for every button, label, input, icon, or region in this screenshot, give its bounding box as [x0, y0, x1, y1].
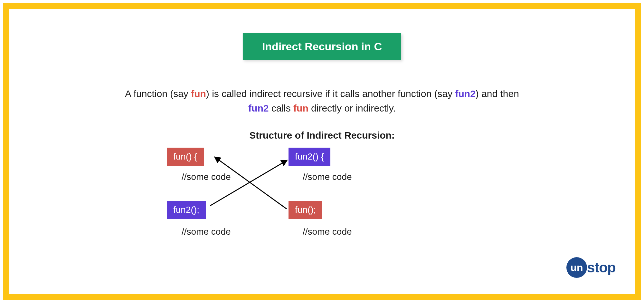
description-text: A function (say fun) is called indirect … [80, 86, 564, 115]
desc-seg: A function (say [125, 88, 191, 99]
diagram-frame: Indirect Recursion in C A function (say … [3, 3, 641, 300]
arrow-funcall-to-fundecl [215, 157, 287, 209]
unstop-logo: un stop [566, 257, 616, 278]
code-comment: //some code [303, 172, 352, 182]
structure-heading: Structure of Indirect Recursion: [249, 130, 395, 141]
code-comment: //some code [182, 172, 231, 182]
desc-fun2: fun2 [455, 88, 475, 99]
fun2-call-box: fun2(); [167, 201, 206, 219]
desc-fun2: fun2 [248, 103, 269, 113]
logo-text: stop [587, 259, 616, 276]
arrow-fun2call-to-fun2decl [210, 161, 287, 206]
fun-declaration-box: fun() { [167, 148, 204, 166]
code-comment: //some code [182, 227, 231, 237]
code-comment: //some code [303, 227, 352, 237]
desc-seg: ) is called indirect recursive if it cal… [206, 88, 455, 99]
title-banner: Indirect Recursion in C [243, 33, 401, 60]
desc-seg: calls [269, 103, 293, 113]
logo-circle: un [566, 257, 587, 278]
fun2-declaration-box: fun2() { [289, 148, 330, 166]
desc-fun: fun [293, 103, 308, 113]
desc-fun: fun [191, 88, 206, 99]
desc-seg: ) and then [476, 88, 519, 99]
fun-call-box: fun(); [289, 201, 322, 219]
desc-seg: directly or indirectly. [308, 103, 396, 113]
